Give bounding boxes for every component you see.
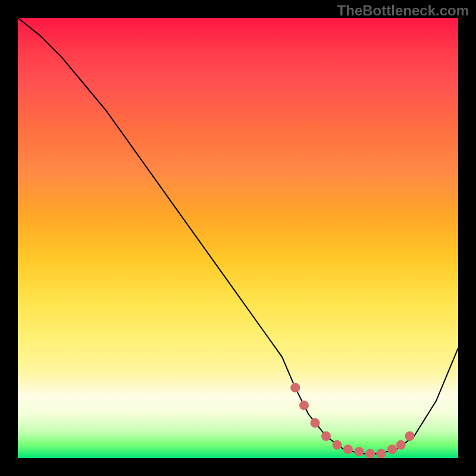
optimal-dot xyxy=(377,449,386,458)
optimal-range-dots xyxy=(290,383,414,458)
optimal-dot xyxy=(311,418,320,428)
curve-svg xyxy=(18,18,458,458)
optimal-dot xyxy=(396,440,406,450)
optimal-dot xyxy=(405,431,415,441)
optimal-dot xyxy=(343,444,353,454)
bottleneck-curve-path xyxy=(18,18,458,454)
optimal-dot xyxy=(387,444,397,454)
optimal-dot xyxy=(321,431,331,441)
watermark-text: TheBottleneck.com xyxy=(337,2,469,19)
chart-area xyxy=(18,18,458,458)
optimal-dot xyxy=(355,447,364,456)
optimal-dot xyxy=(299,400,309,410)
optimal-dot xyxy=(290,383,300,393)
optimal-dot xyxy=(365,449,375,458)
optimal-dot xyxy=(333,440,342,450)
